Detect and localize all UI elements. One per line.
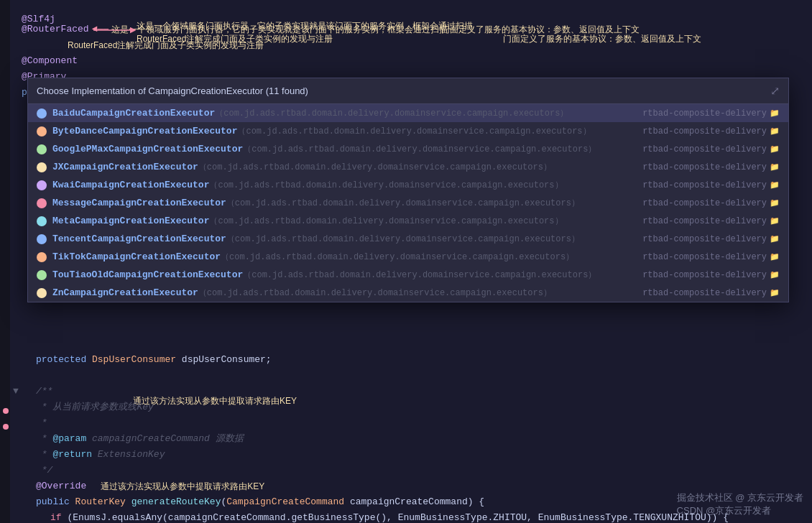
return-type-routerkey: RouterKey [75, 494, 132, 510]
popup-item-8[interactable]: TikTokCampaignCreationExecutor （com.jd.a… [28, 248, 788, 266]
comment-return-type: ExtensionKey [92, 447, 165, 463]
popup-icon-0 [37, 108, 47, 119]
popup-class-4: KwaiCampaignCreationExecutor [52, 180, 209, 190]
popup-folder-icon-8: 📁 [770, 252, 780, 262]
comment-return-star: * [36, 447, 52, 463]
blank-line-1 [10, 368, 812, 384]
popup-folder-icon-7: 📁 [770, 234, 780, 244]
comment-line-key: * 从当前请求参数或线Key [10, 399, 812, 415]
popup-module-9: rtbad-composite-delivery [642, 270, 767, 280]
popup-package-7: （com.jd.ads.rtbad.domain.delivery.domain… [226, 233, 580, 245]
comment-text1: * 从当前请求参数或线Key [36, 399, 154, 415]
popup-icon-8 [37, 252, 47, 262]
popup-class-10: ZnCampaignCreationExecutor [52, 287, 198, 298]
popup-folder-icon-3: 📁 [770, 162, 780, 172]
fold-2 [10, 22, 22, 37]
callout-line-2b: RouterFaced注解完成门面及子类实例的发现与注册 [10, 37, 812, 53]
popup-class-7: TencentCampaignCreationExecutor [52, 233, 226, 244]
popup-icon-3 [37, 162, 47, 172]
callout-generateroute: 通过该方法实现从参数中提取请求路由KEY [101, 478, 264, 494]
popup-icon-2 [37, 144, 47, 154]
comment-end: */ [10, 463, 812, 478]
popup-package-9: （com.jd.ads.rtbad.domain.delivery.domain… [243, 269, 596, 281]
popup-package-6: （com.jd.ads.rtbad.domain.delivery.domain… [209, 215, 563, 227]
arrow-right-icon: ◄—— [92, 22, 109, 37]
popup-item-0[interactable]: BaiduCampaignCreationExecutor （com.jd.ad… [28, 104, 788, 122]
method-kw-public: public [36, 494, 75, 510]
comment-open: /** [36, 384, 52, 399]
fold-c6 [10, 463, 22, 478]
popup-module-8: rtbad-composite-delivery [642, 252, 767, 262]
popup-item-7[interactable]: TencentCampaignCreationExecutor （com.jd.… [28, 230, 788, 248]
popup-folder-icon-9: 📁 [770, 270, 780, 279]
at-return-tag: @return [52, 447, 92, 463]
popup-package-5: （com.jd.ads.rtbad.domain.delivery.domain… [226, 197, 580, 209]
popup-package-10: （com.jd.ads.rtbad.domain.delivery.domain… [198, 287, 552, 299]
popup-folder-icon-0: 📁 [770, 108, 780, 118]
popup-icon-6 [37, 216, 47, 226]
method-generateroute: generateRouteKey [132, 494, 221, 510]
popup-module-2: rtbad-composite-delivery [642, 144, 767, 154]
param-type-campaign: CampaignCreateCommand [226, 494, 350, 510]
component-annotation: @Component [22, 53, 78, 69]
comment-close: */ [36, 463, 52, 478]
fold-override [10, 478, 22, 494]
routerfaced-annotation: @RouterFaced [22, 22, 89, 37]
comment-star: * [36, 415, 47, 431]
fold-5 [10, 85, 22, 101]
popup-module-3: rtbad-composite-delivery [642, 162, 767, 172]
fold-c3 [10, 415, 22, 431]
override-annotation: @Override [36, 478, 86, 494]
fold-comment: ▼ [10, 384, 22, 399]
popup-class-5: MessageCampaignCreationExecutor [52, 198, 226, 208]
popup-module-7: rtbad-composite-delivery [642, 234, 767, 244]
popup-module-6: rtbad-composite-delivery [642, 216, 767, 226]
comment-start: ▼ /** [10, 384, 812, 399]
kw-protected: protected [36, 352, 92, 368]
popup-folder-icon-1: 📁 [770, 126, 780, 136]
comment-source: 源数据 [216, 431, 244, 447]
editor-gutter [0, 0, 10, 523]
breakpoint-dot-1[interactable] [3, 408, 9, 414]
popup-class-6: MetaCampaignCreationExecutor [52, 216, 209, 226]
fold-4 [10, 69, 22, 85]
popup-package-1: （com.jd.ads.rtbad.domain.delivery.domain… [237, 125, 591, 137]
popup-module-10: rtbad-composite-delivery [642, 288, 767, 298]
popup-class-2: GooglePMaxCampaignCreationExecutor [52, 144, 243, 154]
fold-protected [10, 352, 22, 368]
breakpoint-dot-2[interactable] [3, 424, 9, 430]
popup-item-6[interactable]: MetaCampaignCreationExecutor （com.jd.ads… [28, 212, 788, 230]
popup-folder-icon-4: 📁 [770, 180, 780, 190]
fold-c2 [10, 399, 22, 415]
type-dspuserconsumer: DspUserConsumer [92, 352, 182, 368]
fold-c5 [10, 447, 22, 463]
popup-icon-1 [37, 126, 47, 136]
popup-icon-9 [37, 270, 47, 280]
popup-package-0: （com.jd.ads.rtbad.domain.delivery.domain… [215, 107, 568, 119]
kw-if: if [50, 510, 67, 523]
popup-icon-5 [37, 198, 47, 208]
popup-item-10[interactable]: ZnCampaignCreationExecutor （com.jd.ads.r… [28, 284, 788, 302]
popup-item-5[interactable]: MessageCampaignCreationExecutor （com.jd.… [28, 194, 788, 212]
code-line-2: @RouterFaced ◄—— 这是一个领域服务门面执行器，它的子类实现就是该… [10, 22, 812, 37]
if-condition: (EnumsJ.equalsAny(campaignCreateCommand.… [67, 510, 729, 523]
popup-item-3[interactable]: JXCampaignCreationExecutor （com.jd.ads.r… [28, 158, 788, 176]
implementation-popup[interactable]: Choose Implementation of CampaignCreatio… [27, 78, 789, 302]
popup-item-1[interactable]: ByteDanceCampaignCreationExecutor （com.j… [28, 122, 788, 140]
callout-routerfaced: 这是一个领域服务门面执行器，它的子类实现就是该门面下的服务实例，框架会通过扫描 [111, 22, 448, 37]
popup-item-4[interactable]: KwaiCampaignCreationExecutor （com.jd.ads… [28, 176, 788, 194]
method-signature-line: public RouterKey generateRouteKey ( Camp… [10, 494, 812, 510]
popup-item-2[interactable]: GooglePMaxCampaignCreationExecutor （com.… [28, 140, 788, 158]
code-line-3: @Component [10, 53, 812, 69]
callout-right: 门面定义了服务的基本协议：参数、返回值及上下文 [441, 22, 640, 37]
fold-if [10, 510, 22, 523]
comment-line-return: * @return ExtensionKey [10, 447, 812, 463]
comment-param: * [36, 431, 52, 447]
override-line: @Override 通过该方法实现从参数中提取请求路由KEY [10, 478, 812, 494]
popup-title: Choose Implementation of CampaignCreatio… [37, 85, 308, 96]
popup-item-9[interactable]: TouTiaoOldCampaignCreationExecutor （com.… [28, 266, 788, 284]
popup-folder-icon-5: 📁 [770, 198, 780, 208]
popup-close-button[interactable]: ⤢ [770, 84, 780, 98]
popup-items-list: BaiduCampaignCreationExecutor （com.jd.ad… [28, 104, 788, 302]
popup-class-1: ByteDanceCampaignCreationExecutor [52, 126, 237, 136]
